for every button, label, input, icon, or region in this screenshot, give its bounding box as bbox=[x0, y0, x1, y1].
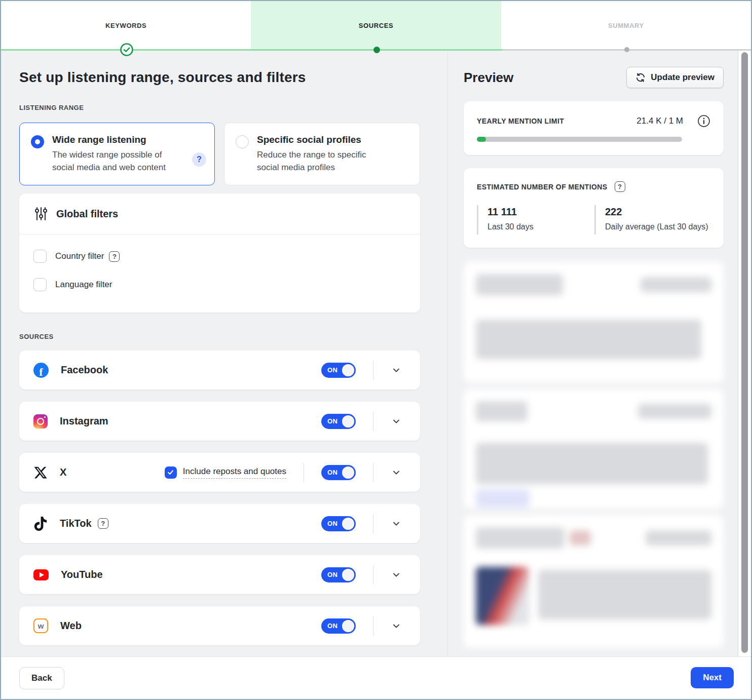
source-name: X bbox=[60, 466, 66, 478]
info-icon[interactable] bbox=[697, 114, 710, 128]
tiktok-toggle[interactable]: ON bbox=[321, 516, 356, 531]
language-filter-row: Language filter bbox=[33, 278, 406, 291]
stat-value: 222 bbox=[605, 206, 708, 218]
preview-scrollbar bbox=[738, 51, 751, 656]
option-title: Specific social profiles bbox=[257, 134, 386, 145]
source-name: Instagram bbox=[60, 415, 108, 427]
instagram-icon bbox=[33, 414, 48, 429]
blurred-mention-card bbox=[464, 389, 724, 509]
instagram-toggle[interactable]: ON bbox=[321, 414, 356, 429]
toggle-on-label: ON bbox=[327, 520, 337, 527]
divider bbox=[373, 514, 373, 533]
source-name-text: TikTok bbox=[60, 518, 92, 529]
next-button[interactable]: Next bbox=[691, 667, 734, 688]
help-icon[interactable]: ? bbox=[98, 518, 108, 529]
global-filters-body: Country filter ? Language filter bbox=[19, 235, 420, 313]
toggle-on-label: ON bbox=[327, 366, 337, 374]
refresh-icon bbox=[635, 72, 646, 83]
source-name: YouTube bbox=[61, 569, 103, 580]
include-reposts-checkbox[interactable] bbox=[165, 466, 177, 479]
sliders-icon bbox=[33, 206, 49, 221]
sources-section-label: SOURCES bbox=[19, 333, 420, 340]
stat-caption: Daily average (Last 30 days) bbox=[605, 222, 708, 231]
option-title: Wide range listening bbox=[52, 134, 181, 145]
radio-selected[interactable] bbox=[31, 135, 44, 148]
toggle-knob bbox=[342, 620, 354, 632]
tab-sources[interactable]: SOURCES bbox=[251, 1, 501, 50]
x-toggle[interactable]: ON bbox=[321, 465, 356, 480]
language-filter-text: Language filter bbox=[55, 280, 112, 290]
blurred-mention-card bbox=[464, 262, 724, 382]
yearly-limit-value: 21.4 K / 1 M bbox=[636, 116, 683, 126]
x-icon bbox=[33, 465, 48, 480]
toggle-on-label: ON bbox=[327, 417, 337, 425]
help-icon[interactable]: ? bbox=[615, 181, 625, 192]
chevron-down-icon[interactable] bbox=[391, 518, 402, 529]
tab-summary[interactable]: SUMMARY bbox=[501, 1, 751, 50]
divider bbox=[373, 412, 373, 431]
preview-title: Preview bbox=[464, 70, 513, 86]
divider bbox=[373, 616, 373, 636]
help-icon[interactable]: ? bbox=[192, 152, 206, 167]
source-name: Facebook bbox=[61, 364, 108, 376]
option-description: The widest range possible of social medi… bbox=[52, 149, 181, 174]
web-icon: w ··· bbox=[33, 618, 48, 633]
help-icon[interactable]: ? bbox=[109, 251, 120, 262]
toggle-on-label: ON bbox=[327, 622, 337, 630]
option-specific-social-profiles[interactable]: Specific social profiles Reduce the rang… bbox=[224, 123, 420, 185]
country-filter-row: Country filter ? bbox=[33, 250, 406, 263]
radio-unselected[interactable] bbox=[236, 135, 249, 148]
update-preview-label: Update preview bbox=[651, 72, 715, 83]
wizard-footer: Back Next bbox=[1, 656, 751, 699]
back-button[interactable]: Back bbox=[19, 667, 64, 689]
youtube-toggle[interactable]: ON bbox=[321, 567, 356, 582]
country-filter-label: Country filter ? bbox=[55, 251, 120, 262]
stat-value: 11 111 bbox=[487, 206, 594, 218]
country-filter-checkbox[interactable] bbox=[33, 250, 47, 263]
language-filter-checkbox[interactable] bbox=[33, 278, 47, 291]
chevron-down-icon[interactable] bbox=[391, 467, 402, 478]
global-filters-header: Global filters bbox=[19, 193, 420, 235]
stat-caption: Last 30 days bbox=[487, 222, 594, 231]
page-title: Set up listening range, sources and filt… bbox=[19, 69, 420, 86]
yearly-limit-progressbar bbox=[477, 137, 682, 142]
global-filters-title: Global filters bbox=[56, 208, 118, 220]
divider bbox=[373, 463, 373, 482]
toggle-knob bbox=[342, 466, 354, 479]
youtube-icon bbox=[33, 569, 49, 580]
include-reposts-label[interactable]: Include reposts and quotes bbox=[183, 466, 286, 479]
option-wide-range-listening[interactable]: Wide range listening The widest range po… bbox=[19, 123, 215, 185]
estimated-mentions-card: ESTIMATED NUMBER OF MENTIONS ? 11 111 La… bbox=[464, 168, 724, 248]
app-window: KEYWORDS SOURCES SUMMARY Set up listenin… bbox=[0, 0, 752, 700]
source-row-facebook: f Facebook ON bbox=[19, 351, 420, 390]
preview-header: Preview Update preview bbox=[464, 67, 724, 88]
update-preview-button[interactable]: Update preview bbox=[626, 67, 724, 88]
toggle-on-label: ON bbox=[327, 571, 337, 578]
toggle-knob bbox=[342, 364, 354, 376]
stat-last-30-days: 11 111 Last 30 days bbox=[477, 205, 594, 235]
tiktok-icon bbox=[33, 517, 48, 531]
chevron-down-icon[interactable] bbox=[391, 416, 402, 427]
source-name: Web bbox=[60, 620, 82, 632]
facebook-toggle[interactable]: ON bbox=[321, 363, 356, 378]
source-row-instagram: Instagram ON bbox=[19, 402, 420, 441]
scrollbar-thumb[interactable] bbox=[741, 52, 748, 653]
chevron-down-icon[interactable] bbox=[391, 620, 402, 632]
country-filter-text: Country filter bbox=[55, 251, 104, 261]
stat-daily-average: 222 Daily average (Last 30 days) bbox=[594, 205, 708, 235]
yearly-limit-progress-fill bbox=[477, 137, 486, 142]
wizard-stepper: KEYWORDS SOURCES SUMMARY bbox=[1, 1, 751, 50]
setup-panel: Set up listening range, sources and filt… bbox=[1, 51, 448, 656]
facebook-icon: f bbox=[33, 363, 49, 378]
blurred-thumbnail bbox=[476, 567, 529, 625]
preview-panel: Preview Update preview YEARLY MENTION LI… bbox=[448, 51, 738, 656]
divider bbox=[304, 463, 304, 482]
content-area: Set up listening range, sources and filt… bbox=[1, 51, 751, 656]
web-toggle[interactable]: ON bbox=[321, 618, 356, 634]
divider bbox=[373, 565, 373, 585]
yearly-mention-limit-card: YEARLY MENTION LIMIT 21.4 K / 1 M bbox=[464, 101, 724, 155]
listening-range-options: Wide range listening The widest range po… bbox=[19, 123, 420, 185]
global-filters-card: Global filters Country filter ? Language… bbox=[19, 193, 420, 313]
chevron-down-icon[interactable] bbox=[391, 365, 402, 376]
chevron-down-icon[interactable] bbox=[391, 569, 402, 580]
